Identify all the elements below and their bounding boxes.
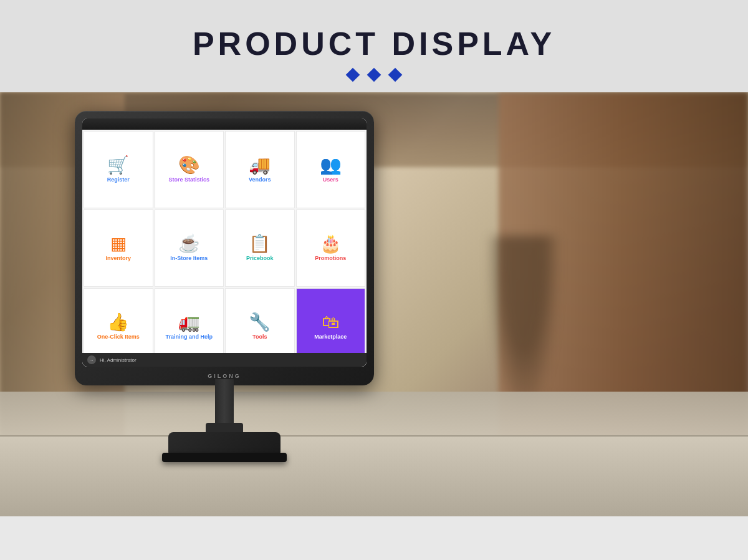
marketplace-icon: 🛍 <box>322 314 339 331</box>
store-stats-label: Store Statistics <box>168 176 209 183</box>
tile-inventory[interactable]: ▦Inventory <box>84 210 153 287</box>
tile-users[interactable]: 👥Users <box>296 131 366 208</box>
users-label: Users <box>323 176 338 183</box>
one-click-icon: 👍 <box>107 314 129 331</box>
register-icon: 🛒 <box>107 157 129 174</box>
tile-pricebook[interactable]: 📋Pricebook <box>225 210 295 287</box>
tools-label: Tools <box>252 334 267 340</box>
monitor-stand-feet <box>162 453 287 462</box>
tools-icon: 🔧 <box>249 314 271 331</box>
tile-in-store[interactable]: ☕In-Store Items <box>155 210 224 287</box>
promotions-icon: 🎂 <box>320 235 342 253</box>
register-label: Register <box>107 176 130 183</box>
one-click-label: One-Click Items <box>97 334 140 340</box>
avatar: → <box>87 355 96 364</box>
tile-register[interactable]: 🛒Register <box>84 131 153 208</box>
vendors-label: Vendors <box>249 176 271 183</box>
promotions-label: Promotions <box>315 255 346 262</box>
store-stats-icon: 🎨 <box>178 157 200 174</box>
marketplace-label: Marketplace <box>314 334 347 340</box>
diamond-1 <box>346 68 360 82</box>
users-icon: 👥 <box>320 157 342 174</box>
training-label: Training and Help <box>165 334 213 340</box>
monitor-brand-label: GILONG <box>208 373 241 379</box>
top-banner: PRODUCT DISPLAY <box>0 0 748 92</box>
pos-bottom-bar: → Hi, Administrator <box>82 353 367 367</box>
inventory-icon: ▦ <box>110 235 127 253</box>
inventory-label: Inventory <box>105 255 131 262</box>
in-store-icon: ☕ <box>178 235 200 253</box>
monitor-bezel: 🛒Register🎨Store Statistics🚚Vendors👥Users… <box>75 111 374 385</box>
pricebook-label: Pricebook <box>246 255 274 262</box>
vendors-icon: 🚚 <box>249 157 271 174</box>
monitor-stand-neck <box>215 379 234 429</box>
admin-greeting: Hi, Administrator <box>100 357 137 363</box>
tile-vendors[interactable]: 🚚Vendors <box>225 131 295 208</box>
pos-monitor: 🛒Register🎨Store Statistics🚚Vendors👥Users… <box>62 111 386 498</box>
diamond-2 <box>367 68 381 82</box>
screen-top-bar <box>82 118 367 130</box>
page-title: PRODUCT DISPLAY <box>0 25 748 62</box>
tile-store-stats[interactable]: 🎨Store Statistics <box>155 131 224 208</box>
monitor-screen: 🛒Register🎨Store Statistics🚚Vendors👥Users… <box>82 118 367 367</box>
pos-app-screen: 🛒Register🎨Store Statistics🚚Vendors👥Users… <box>82 130 367 367</box>
diamond-3 <box>388 68 403 82</box>
training-icon: 🚛 <box>178 314 200 331</box>
tile-promotions[interactable]: 🎂Promotions <box>296 210 366 287</box>
in-store-label: In-Store Items <box>170 255 208 262</box>
pricebook-icon: 📋 <box>249 235 271 253</box>
decorative-diamonds <box>0 70 748 80</box>
product-scene: 🛒Register🎨Store Statistics🚚Vendors👥Users… <box>0 92 748 516</box>
